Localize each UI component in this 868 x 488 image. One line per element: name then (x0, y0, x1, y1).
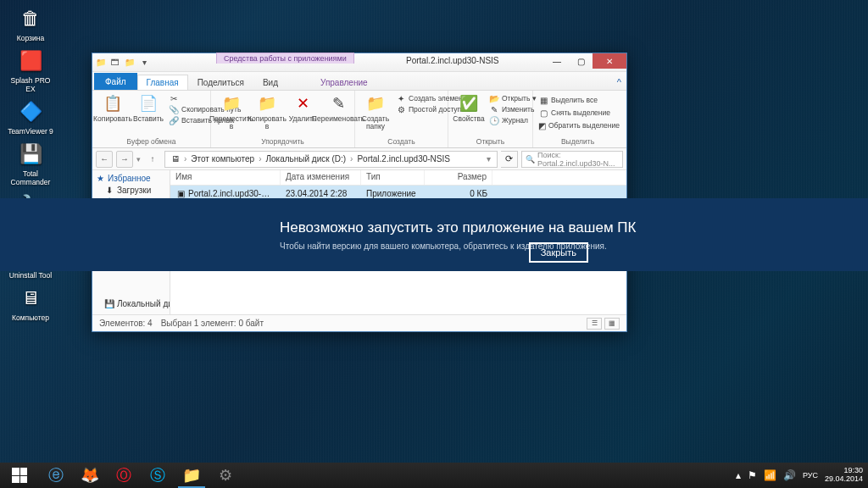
tree-favorites[interactable]: ★Избранное (92, 172, 170, 184)
error-title: Невозможно запустить это приложение на в… (280, 219, 868, 236)
view-details-button[interactable]: ☰ (587, 318, 602, 330)
window-controls: — ▢ ✕ (545, 53, 626, 69)
select-invert-button[interactable]: ◩Обратить выделение (538, 120, 617, 130)
folder-icon: 📁 (95, 57, 107, 69)
minimize-button[interactable]: — (545, 53, 569, 69)
desktop-icon-teamviewer[interactable]: 🔷TeamViewer 9 (5, 98, 56, 136)
tree-drive-d[interactable]: 💾Локальный диск (D (92, 297, 170, 309)
select-none-button[interactable]: ▢Снять выделение (538, 108, 617, 118)
move-to-button[interactable]: 📁Переместить в (216, 93, 247, 131)
star-icon: ★ (95, 173, 105, 183)
tray-network-icon[interactable]: 📶 (764, 469, 776, 481)
recent-dropdown[interactable]: ▾ (136, 155, 141, 164)
selectall-icon: ▦ (538, 95, 548, 105)
tab-share[interactable]: Поделиться (188, 75, 253, 90)
view-grid-button[interactable]: ▦ (604, 318, 620, 330)
status-selected: Выбран 1 элемент: 0 байт (161, 319, 264, 328)
close-button[interactable]: Закрыть (529, 242, 588, 263)
group-organize-label: Упорядочить (211, 137, 354, 146)
windows-icon (12, 468, 27, 483)
taskbar: ⓔ 🦊 Ⓞ Ⓢ 📁 ⚙ ▴ ⚑ 📶 🔊 РУС 19:3029.04.2014 (0, 463, 868, 488)
props-icon[interactable]: 🗔 (109, 57, 121, 69)
qat-dropdown-icon[interactable]: ▾ (138, 57, 150, 69)
desktop-icon-recycle-bin[interactable]: 🗑Корзина (5, 5, 56, 42)
desktop-icon-totalcmd[interactable]: 💾Total Commander (5, 141, 56, 186)
status-count: Элементов: 4 (99, 319, 153, 328)
col-date[interactable]: Дата изменения (281, 170, 361, 185)
desktop-icon-computer[interactable]: 🖥Компьютер (5, 285, 56, 322)
contextual-tab-header: Средства работы с приложениями (216, 53, 354, 64)
crumb-dropdown-icon[interactable]: ▾ (484, 154, 493, 164)
bin-icon: 🗑 (17, 5, 44, 32)
maximize-button[interactable]: ▢ (569, 53, 593, 69)
properties-button[interactable]: ✅Свойства (453, 93, 484, 123)
tab-file[interactable]: Файл (94, 73, 137, 90)
edit-icon: ✎ (489, 104, 499, 114)
copy-to-button[interactable]: 📁Копировать в (252, 93, 282, 131)
breadcrumb[interactable]: 🖥› Этот компьютер› Локальный диск (D:)› … (164, 151, 498, 168)
cut-icon: ✂ (169, 93, 179, 103)
selectnone-icon: ▢ (538, 108, 548, 118)
tab-manage[interactable]: Управление (311, 75, 377, 90)
history-button[interactable]: 🕒Журнал (489, 115, 537, 125)
open-icon: 📂 (489, 93, 499, 103)
up-button[interactable]: ↑ (144, 151, 161, 168)
taskbar-firefox[interactable]: 🦊 (73, 463, 107, 488)
rename-icon: ✎ (328, 93, 348, 114)
newfolder-icon[interactable]: 📁 (124, 57, 136, 69)
rename-button[interactable]: ✎Переименовать (323, 93, 353, 123)
open-button[interactable]: 📂Открыть▾ (489, 93, 537, 103)
refresh-button[interactable]: ⟳ (501, 151, 518, 168)
group-clipboard-label: Буфер обмена (92, 137, 210, 146)
search-input[interactable]: 🔍Поиск: Portal.2.incl.upd30-N... (521, 151, 623, 168)
access-icon: ⚙ (396, 104, 406, 114)
tab-home[interactable]: Главная (137, 75, 188, 90)
taskbar-explorer[interactable]: 📁 (175, 463, 209, 488)
folder-icon: 📁 (365, 93, 386, 114)
group-open-label: Открыть (448, 137, 532, 146)
status-bar: Элементов: 4 Выбран 1 элемент: 0 байт ☰ … (92, 314, 626, 331)
forward-button[interactable]: → (116, 151, 133, 168)
tray-language[interactable]: РУС (803, 471, 818, 480)
start-button[interactable] (0, 463, 39, 488)
ribbon-collapse-icon[interactable]: ^ (612, 75, 626, 90)
window-title: Portal.2.incl.upd30-NSIS (406, 56, 499, 65)
close-button[interactable]: ✕ (593, 53, 626, 69)
computer-icon: 🖥 (17, 285, 44, 312)
col-type[interactable]: Тип (361, 170, 425, 185)
col-size[interactable]: Размер (425, 170, 492, 185)
tray-clock[interactable]: 19:3029.04.2014 (825, 467, 863, 484)
edit-button[interactable]: ✎Изменить (489, 104, 537, 114)
taskbar-ie[interactable]: ⓔ (39, 463, 73, 488)
select-all-button[interactable]: ▦Выделить все (538, 95, 617, 105)
history-icon: 🕒 (489, 115, 499, 125)
copy-button[interactable]: 📋Копировать (97, 93, 128, 123)
tray-flag-icon[interactable]: ⚑ (748, 469, 757, 481)
tab-view[interactable]: Вид (253, 75, 287, 90)
group-new-label: Создать (355, 137, 448, 146)
tree-downloads[interactable]: ⬇Загрузки (92, 184, 170, 196)
drive-icon: 💾 (104, 298, 114, 308)
app-icon: 🟥 (17, 47, 44, 75)
taskbar-opera[interactable]: Ⓞ (107, 463, 141, 488)
quick-access-toolbar: 📁 🗔 📁 ▾ (92, 57, 150, 69)
col-name[interactable]: Имя (170, 170, 281, 185)
copy-icon: 📋 (103, 93, 123, 114)
back-button[interactable]: ← (96, 151, 113, 168)
tray-volume-icon[interactable]: 🔊 (783, 469, 796, 481)
taskbar-app[interactable]: ⚙ (209, 463, 242, 488)
search-icon: 🔍 (526, 155, 535, 164)
taskbar-skype[interactable]: Ⓢ (141, 463, 175, 488)
desktop-icons: 🗑Корзина 🟥Splash PRO EX 🔷TeamViewer 9 💾T… (5, 5, 56, 322)
download-icon: ⬇ (104, 185, 114, 195)
error-overlay: Невозможно запустить это приложение на в… (0, 198, 868, 271)
app-icon: 💾 (17, 141, 44, 168)
desktop-icon-splash[interactable]: 🟥Splash PRO EX (5, 47, 56, 93)
invert-icon: ◩ (538, 120, 546, 130)
titlebar[interactable]: 📁 🗔 📁 ▾ Средства работы с приложениями P… (92, 53, 626, 72)
tray-show-hidden-icon[interactable]: ▴ (736, 469, 741, 481)
ribbon: 📋Копировать 📄Вставить ✂ 📎Скопировать пут… (92, 91, 626, 148)
new-folder-button[interactable]: 📁Создать папку (360, 93, 391, 131)
computer-icon: 🖥 (169, 154, 182, 164)
paste-button[interactable]: 📄Вставить (133, 93, 164, 123)
